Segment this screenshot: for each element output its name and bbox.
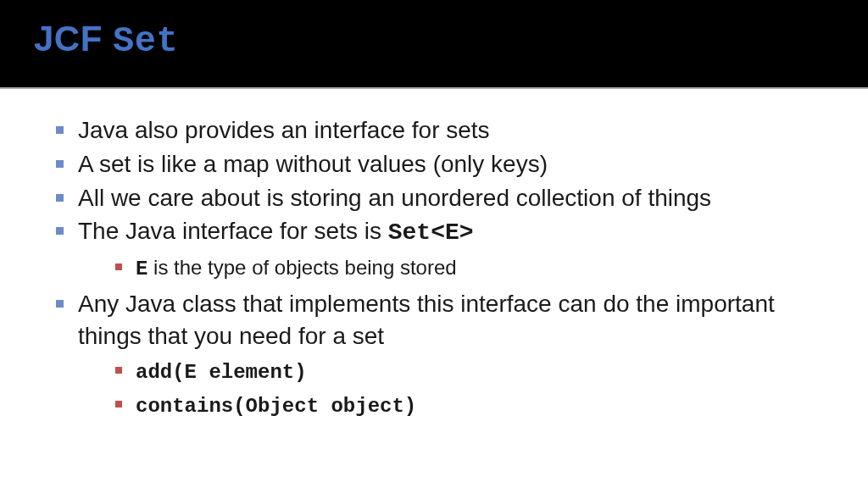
slide-title: JCF Set [34,19,834,62]
list-item: The Java interface for sets is Set<E> E … [51,215,834,285]
inline-code: E [136,258,147,280]
code-text: contains(Object object) [136,395,416,418]
list-item: E is the type of objects being stored [112,252,834,285]
bullet-list: Java also provides an interface for sets… [51,114,834,422]
slide-content: Java also provides an interface for sets… [0,89,868,422]
bullet-text: All we care about is storing an unordere… [78,185,711,211]
code-text: add(E element) [136,361,307,384]
bullet-text-prefix: The Java interface for sets is [78,218,388,244]
bullet-text-rest: is the type of objects being stored [147,256,456,279]
bullet-text: Any Java class that implements this inte… [78,291,775,349]
title-code: Set [113,21,178,62]
list-item: contains(Object object) [112,390,834,422]
list-item: All we care about is storing an unordere… [51,182,834,214]
bullet-text: Java also provides an interface for sets [78,117,490,143]
list-item: add(E element) [112,356,834,388]
list-item: A set is like a map without values (only… [51,148,834,180]
inline-code: Set<E> [388,219,474,246]
bullet-text: A set is like a map without values (only… [78,151,548,177]
title-prefix: JCF [34,19,113,58]
slide-header: JCF Set [0,0,868,89]
list-item: Java also provides an interface for sets [51,114,834,147]
sub-bullet-list: E is the type of objects being stored [78,252,834,285]
sub-bullet-list: add(E element) contains(Object object) [78,356,834,422]
list-item: Any Java class that implements this inte… [51,288,834,422]
